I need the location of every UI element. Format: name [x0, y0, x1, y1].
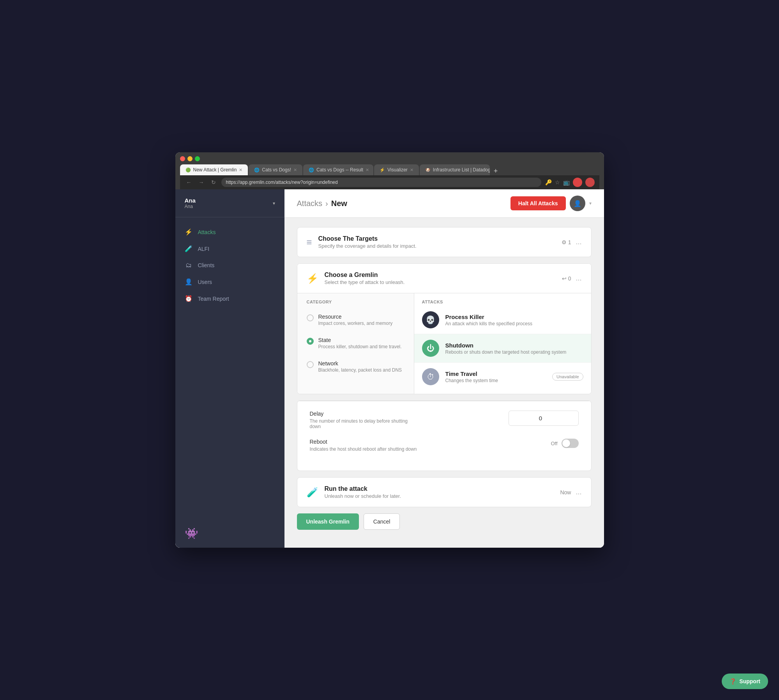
process-killer-info: Process Killer An attack which kills the… [445, 314, 583, 326]
resource-radio[interactable] [307, 314, 314, 321]
category-attacks-panel: Category Resource Impact cores, workers,… [297, 293, 591, 394]
tab-icon-5: 🐶 [425, 168, 431, 173]
cancel-button[interactable]: Cancel [364, 513, 400, 530]
category-resource[interactable]: Resource Impact cores, workers, and memo… [304, 309, 408, 331]
network-radio[interactable] [307, 361, 314, 368]
sidebar-item-attacks[interactable]: ⚡ Attacks [175, 224, 284, 240]
sidebar: Ana Ana ▾ ⚡ Attacks 🧪 ALFI 🗂 Clients [175, 189, 284, 548]
state-name: State [318, 337, 402, 343]
config-panel: Delay The number of minutes to delay bef… [297, 401, 591, 471]
sidebar-item-alfi[interactable]: 🧪 ALFI [175, 240, 284, 257]
targets-info: Choose The Targets Specify the coverage … [318, 235, 417, 249]
forward-button[interactable]: → [197, 178, 206, 187]
category-network[interactable]: Network Blackhole, latency, packet loss … [304, 356, 408, 377]
resource-desc: Impact cores, workers, and memory [318, 321, 393, 326]
sidebar-item-label-users: Users [198, 279, 212, 285]
tab-label-1: New Attack | Gremlin [193, 167, 237, 173]
sidebar-item-users[interactable]: 👤 Users [175, 273, 284, 290]
state-desc: Process killer, shutdown and time travel… [318, 344, 402, 349]
team-report-icon: ⏰ [185, 295, 193, 302]
url-input[interactable] [221, 178, 541, 187]
tab-visualizer[interactable]: ⚡ Visualizer ✕ [374, 164, 419, 175]
category-state[interactable]: State Process killer, shutdown and time … [304, 332, 408, 354]
targets-title: Choose The Targets [318, 235, 417, 242]
tabs-bar: 🟢 New Attack | Gremlin ✕ 🌐 Cats vs Dogs!… [180, 164, 599, 175]
process-killer-icon: 💀 [426, 315, 435, 324]
sidebar-item-label-attacks: Attacks [198, 229, 216, 235]
support-button[interactable]: ❓ Support [722, 674, 768, 689]
run-card-left: 🧪 Run the attack Unleash now or schedule… [307, 485, 401, 499]
traffic-lights [180, 156, 200, 161]
sidebar-item-team-report[interactable]: ⏰ Team Report [175, 290, 284, 307]
back-button[interactable]: ← [185, 178, 193, 187]
run-attack-card: 🧪 Run the attack Unleash now or schedule… [297, 477, 592, 507]
attack-time-travel[interactable]: ⏱ Time Travel Changes the system time Un… [414, 363, 591, 391]
reboot-config-row: Reboot Indicates the host should reboot … [310, 439, 579, 452]
cast-icon[interactable]: 📺 [563, 179, 570, 185]
support-label: Support [739, 678, 760, 684]
key-icon: 🔑 [545, 179, 552, 185]
tab-icon-4: ⚡ [380, 168, 385, 173]
browser-avatar[interactable] [573, 178, 582, 187]
star-icon[interactable]: ☆ [555, 179, 560, 185]
tab-close-4[interactable]: ✕ [410, 168, 413, 173]
tab-close-1[interactable]: ✕ [239, 168, 242, 173]
tab-cats-dogs-result[interactable]: 🌐 Cats vs Dogs -- Result ✕ [303, 164, 373, 175]
attack-shutdown[interactable]: ⏻ Shutdown Reboots or shuts down the tar… [414, 334, 591, 363]
gremlin-more-menu[interactable]: ... [576, 274, 581, 282]
targets-more-menu[interactable]: ... [576, 238, 581, 246]
tab-close-3[interactable]: ✕ [366, 168, 369, 173]
minimize-dot[interactable] [187, 156, 193, 161]
run-info: Run the attack Unleash now or schedule f… [325, 485, 401, 499]
sidebar-user: Ana Ana ▾ [175, 189, 284, 217]
topbar: Attacks › New Halt All Attacks 👤 ▾ [284, 189, 604, 218]
run-more-menu[interactable]: ... [576, 488, 581, 496]
tab-icon-3: 🌐 [309, 168, 314, 173]
category-column: Category Resource Impact cores, workers,… [297, 293, 414, 394]
delay-label: Delay [310, 411, 419, 417]
browser-avatar-2[interactable] [585, 178, 595, 187]
targets-icon: ≡ [307, 237, 312, 248]
reboot-info: Reboot Indicates the host should reboot … [310, 439, 417, 452]
topbar-right: Halt All Attacks 👤 ▾ [511, 196, 592, 211]
choose-targets-card: ≡ Choose The Targets Specify the coverag… [297, 227, 592, 257]
process-killer-icon-wrap: 💀 [422, 311, 439, 328]
gremlin-counter: ↩ 0 [562, 275, 571, 282]
clients-icon: 🗂 [185, 262, 193, 269]
reboot-toggle-wrapper: Off [551, 439, 578, 448]
delay-config-row: Delay The number of minutes to delay bef… [310, 411, 579, 429]
attack-process-killer[interactable]: 💀 Process Killer An attack which kills t… [414, 306, 591, 334]
new-tab-button[interactable]: + [491, 167, 501, 175]
user-chevron-icon[interactable]: ▾ [589, 201, 592, 206]
breadcrumb-current: New [331, 199, 347, 208]
run-title: Run the attack [325, 485, 401, 492]
gremlin-info: Choose a Gremlin Select the type of atta… [325, 272, 405, 285]
time-travel-name: Time Travel [445, 370, 546, 377]
sidebar-item-label-alfi: ALFI [198, 246, 210, 252]
halt-all-attacks-button[interactable]: Halt All Attacks [511, 196, 566, 210]
time-travel-icon-wrap: ⏱ [422, 368, 439, 385]
process-killer-desc: An attack which kills the specified proc… [445, 321, 583, 326]
refresh-button[interactable]: ↻ [210, 178, 217, 187]
state-radio[interactable] [307, 338, 314, 345]
choose-targets-header: ≡ Choose The Targets Specify the coverag… [297, 227, 591, 257]
attacks-icon: ⚡ [185, 228, 193, 236]
sidebar-chevron-icon[interactable]: ▾ [273, 201, 275, 206]
maximize-dot[interactable] [195, 156, 200, 161]
page-content: ≡ Choose The Targets Specify the coverag… [284, 218, 604, 539]
browser-window: 🟢 New Attack | Gremlin ✕ 🌐 Cats vs Dogs!… [175, 152, 604, 548]
unleash-gremlin-button[interactable]: Unleash Gremlin [297, 513, 359, 530]
category-label: Category [304, 300, 408, 304]
tab-cats-dogs[interactable]: 🌐 Cats vs Dogs! ✕ [249, 164, 302, 175]
breadcrumb-attacks-link[interactable]: Attacks [297, 199, 323, 208]
user-avatar[interactable]: 👤 [570, 196, 585, 211]
tab-new-attack[interactable]: 🟢 New Attack | Gremlin ✕ [180, 164, 248, 175]
sidebar-item-clients[interactable]: 🗂 Clients [175, 257, 284, 273]
tab-close-2[interactable]: ✕ [293, 168, 297, 173]
tab-datadog[interactable]: 🐶 Infrastructure List | Datadog ✕ [420, 164, 490, 175]
reboot-toggle[interactable] [562, 439, 579, 448]
delay-input[interactable] [509, 411, 579, 426]
choose-targets-header-left: ≡ Choose The Targets Specify the coverag… [307, 235, 417, 249]
reboot-label: Reboot [310, 439, 417, 445]
close-dot[interactable] [180, 156, 185, 161]
